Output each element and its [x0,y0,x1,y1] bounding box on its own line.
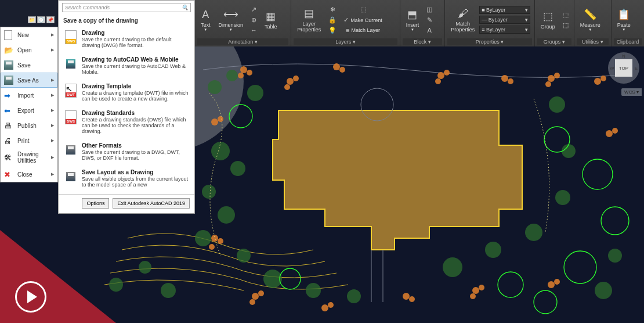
color-combo[interactable]: ■ ByLayer▾ [479,6,530,14]
exit-button[interactable]: Exit Autodesk AutoCAD 2019 [113,198,190,209]
create-block-button[interactable]: ◫ [424,5,435,15]
qat-pin-icon[interactable]: 📌 [46,16,55,23]
option-desc: Save the current drawing to the default … [82,37,172,48]
file-type-icon [63,142,78,157]
svg-point-7 [202,185,216,199]
annotation-panel-label[interactable]: Annotation ▾ [197,38,288,45]
centermark-button[interactable]: ↔ [248,26,260,35]
freeze-button[interactable]: ❄ [325,5,339,15]
iso-button[interactable]: ⬚ [341,5,385,15]
centerline-button[interactable]: ⊕ [248,15,260,25]
play-button[interactable] [15,281,46,313]
viewcube[interactable]: N E W TOP [608,52,639,84]
table-button[interactable]: ▦Table [261,8,281,32]
options-button[interactable]: Options [82,198,109,209]
ungroup-button[interactable]: ⬚ [560,10,571,20]
saveas-option-2[interactable]: Drawing TemplateCreate a drawing templat… [59,80,194,107]
menu-item-drawing-utilities[interactable]: 🛠Drawing Utilities▶ [1,148,57,167]
svg-point-60 [409,296,415,302]
edit-block-button[interactable]: ✎ [424,15,435,25]
menu-item-open[interactable]: 📂Open▶ [1,42,57,58]
groupedit-button[interactable]: ⬚ [560,20,571,30]
menu-item-save-as[interactable]: Save As▶ [1,73,57,88]
saveas-option-0[interactable]: DrawingSave the current drawing to the d… [59,27,194,53]
svg-point-55 [258,290,264,296]
submenu-title: Save a copy of the drawing [59,15,194,27]
linetype-combo[interactable]: — ByLayer▾ [479,16,530,24]
svg-point-36 [287,78,294,85]
chevron-right-icon: ▶ [51,93,54,98]
svg-point-19 [549,96,565,113]
file-type-icon [63,169,78,184]
properties-panel-label[interactable]: Properties ▾ [447,38,532,45]
svg-point-32 [280,268,301,289]
attr-button[interactable]: A [424,26,435,35]
svg-point-49 [594,78,601,85]
saveas-option-1[interactable]: Drawing to AutoCAD Web & MobileSave the … [59,53,194,80]
off-button[interactable]: 💡 [325,26,339,35]
make-current-button[interactable]: ✓Make Current [341,15,385,25]
option-title: Save Layout as a Drawing [82,169,190,175]
qat-folder-icon[interactable]: 📁 [28,16,36,23]
svg-point-4 [247,85,263,101]
menu-item-label: Drawing Utilities [17,151,39,164]
search-commands-input[interactable]: Search Commands🔍 [62,3,191,12]
publish-icon: 🖶 [4,121,15,130]
svg-point-13 [347,289,361,303]
video-overlay-triangle [0,230,116,323]
saveas-option-4[interactable]: Other FormatsSave the current drawing to… [59,139,194,166]
option-title: Other Formats [82,142,190,149]
lock-button[interactable]: 🔒 [325,15,339,25]
text-button[interactable]: AText▼ [197,6,214,34]
match-props-button[interactable]: 🖌Match Properties [447,5,478,35]
option-title: Drawing to AutoCAD Web & Mobile [82,56,190,63]
layer-props-button[interactable]: ▤Layer Properties [294,5,324,35]
groups-panel-label[interactable]: Groups ▾ [537,38,571,45]
block-panel-label[interactable]: Block ▾ [403,38,442,45]
svg-point-66 [606,130,613,137]
paste-button[interactable]: 📋Paste▼ [614,6,634,34]
chevron-right-icon: ▶ [51,108,54,113]
svg-point-17 [555,190,570,205]
svg-point-53 [209,244,215,250]
menu-item-print[interactable]: 🖨Print▶ [1,133,57,148]
dimension-button[interactable]: ⟷Dimension▼ [215,6,247,34]
menu-item-label: Export [17,107,34,114]
utilities-panel-label[interactable]: Utilities ▾ [577,38,609,45]
cursor-icon: ↖ [65,84,74,94]
search-icon: 🔍 [182,5,188,10]
svg-point-22 [161,283,176,298]
menu-item-export[interactable]: ⬅Export▶ [1,103,57,118]
viewcube-top[interactable]: TOP [615,59,632,77]
svg-point-50 [600,76,606,81]
lineweight-combo[interactable]: ≡ ByLayer▾ [479,26,530,34]
measure-button[interactable]: 📏Measure▼ [577,6,604,34]
saveas-option-3[interactable]: Drawing StandardsCreate a drawing standa… [59,107,194,139]
svg-point-33 [240,66,247,73]
leader-button[interactable]: ↗ [248,5,260,15]
floppy-icon [4,60,15,70]
svg-point-47 [554,73,560,78]
svg-point-62 [479,285,484,290]
group-button[interactable]: ⬚Group [537,8,559,32]
layers-panel-label[interactable]: Layers ▾ [294,38,397,45]
menu-item-close[interactable]: ✖Close▶ [1,167,57,182]
svg-point-26 [583,159,613,189]
qat-recent-icon[interactable]: 🕘 [37,16,45,23]
menu-item-label: Save As [17,77,39,84]
menu-item-save[interactable]: Save [1,58,57,73]
menu-item-label: Open [17,47,31,53]
svg-point-9 [195,230,211,246]
svg-point-37 [293,76,299,81]
match-layer-button[interactable]: ≡Match Layer [341,26,385,35]
menu-item-publish[interactable]: 🖶Publish▶ [1,118,57,133]
saveas-option-5[interactable]: Save Layout as a DrawingSave all visible… [59,166,194,193]
option-desc: Create a drawing template (DWT) file in … [82,90,189,102]
insert-button[interactable]: ⬒Insert▼ [403,6,423,34]
wcs-label[interactable]: WCS ▾ [621,88,642,96]
clipboard-panel-label[interactable]: Clipboard [614,38,642,45]
svg-point-58 [328,302,334,308]
menu-item-new[interactable]: New▶ [1,27,57,42]
menu-item-import[interactable]: ➡Import▶ [1,88,57,103]
svg-point-2 [208,80,222,94]
